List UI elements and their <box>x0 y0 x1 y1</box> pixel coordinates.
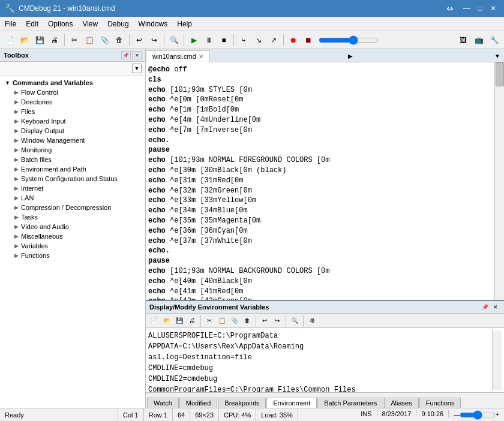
maximize-button[interactable]: □ <box>474 2 486 14</box>
menu-file[interactable]: File <box>0 18 21 30</box>
bottom-tab-breakpoints[interactable]: Breakpoints <box>218 398 266 408</box>
panel-content[interactable]: ALLUSERSPROFILE=C:\ProgramDataAPPDATA=C:… <box>146 328 504 392</box>
toolbar-undo[interactable]: ↩ <box>132 33 146 47</box>
toolbox-item-misc[interactable]: ▶ Miscellaneous <box>5 231 140 241</box>
item-arrow-mon: ▶ <box>14 147 19 153</box>
close-button[interactable]: ✕ <box>487 2 499 14</box>
titlebar-swap[interactable]: ⇔ <box>446 4 454 13</box>
minimize-button[interactable]: — <box>461 2 473 14</box>
toolbox-item-display[interactable]: ▶ Display Output <box>5 126 140 136</box>
statusbar-time: 9:10:26 <box>416 410 449 417</box>
toolbar-cut[interactable]: ✂ <box>67 33 82 47</box>
toolbar-extra2[interactable]: 📺 <box>472 33 486 47</box>
toolbox-item-batch[interactable]: ▶ Batch files <box>5 155 140 164</box>
menu-help[interactable]: Help <box>172 18 197 30</box>
toolbar-slider[interactable] <box>319 35 379 45</box>
toolbar-copy[interactable]: 📋 <box>82 33 97 47</box>
bottom-tab-functions[interactable]: Functions <box>419 398 461 408</box>
bottom-tab-batch[interactable]: Batch Parameters <box>317 398 383 408</box>
statusbar-ins: INS <box>356 410 377 417</box>
bottom-tab-modified[interactable]: Modified <box>179 398 218 408</box>
toolbar-redo[interactable]: ↪ <box>147 33 161 47</box>
toolbar-find[interactable]: 🔍 <box>167 33 181 47</box>
panel-btn-copy[interactable]: 📋 <box>216 315 228 327</box>
toolbar-step-into[interactable]: ↘ <box>251 33 266 47</box>
toolbox-item-video[interactable]: ▶ Video and Audio <box>5 222 140 231</box>
menu-windows[interactable]: Windows <box>134 18 173 30</box>
toolbox-item-window-mgmt[interactable]: ▶ Window Management <box>5 136 140 145</box>
panel-btn-undo[interactable]: ↩ <box>259 315 271 327</box>
panel-btn-save[interactable]: 💾 <box>173 315 185 327</box>
panel-btn-print[interactable]: 🖨 <box>186 315 198 327</box>
zoom-plus-btn[interactable]: + <box>496 411 499 418</box>
toolbar-paste[interactable]: 📎 <box>97 33 112 47</box>
toolbox-pin-btn[interactable]: 📌 <box>121 51 131 59</box>
tab-scroll-pin[interactable]: ▼ <box>491 50 504 62</box>
bottom-split-panel: Display/Modify Environment Variables 📌 ✕… <box>146 300 504 408</box>
panel-scrollbar[interactable] <box>492 330 502 390</box>
menu-edit[interactable]: Edit <box>21 18 43 30</box>
toolbar-stop[interactable]: ■ <box>217 33 231 47</box>
panel-close-btn[interactable]: ✕ <box>491 303 500 311</box>
toolbox-item-keyboard[interactable]: ▶ Keyboard Input <box>5 116 140 126</box>
toolbar-delete[interactable]: 🗑 <box>112 33 127 47</box>
panel-btn-find[interactable]: 🔍 <box>289 315 301 327</box>
toolbar-save[interactable]: 💾 <box>32 33 47 47</box>
bottom-tab-environment[interactable]: Environment <box>266 398 317 408</box>
toolbox-item-compress[interactable]: ▶ Compression / Decompression <box>5 203 140 212</box>
panel-btn-paste[interactable]: 📎 <box>229 315 241 327</box>
toolbar-extra3[interactable]: 🔧 <box>487 33 502 47</box>
statusbar-ready-text: Ready <box>5 411 24 419</box>
statusbar-zoom: — + <box>449 410 504 420</box>
toolbox-item-sys[interactable]: ▶ System Configuration and Status <box>5 174 140 184</box>
panel-sep2 <box>256 315 256 327</box>
toolbox-dropdown-btn[interactable]: ▼ <box>132 64 142 73</box>
panel-btn-open[interactable]: 📂 <box>161 315 173 327</box>
toolbox-item-internet[interactable]: ▶ Internet <box>5 184 140 193</box>
toolbox-item-vars[interactable]: ▶ Variables <box>5 241 140 251</box>
toolbar-pause[interactable]: ⏸ <box>202 33 216 47</box>
toolbar-run[interactable]: ▶ <box>187 33 201 47</box>
toolbar-record[interactable]: ⏺ <box>286 33 301 47</box>
panel-btn-settings[interactable]: ⚙ <box>306 315 318 327</box>
editor-content[interactable]: @echo offclsecho [101;93m STYLES [0mecho… <box>146 62 494 300</box>
item-label-flow: Flow Control <box>21 89 58 96</box>
toolbox-section-header[interactable]: ▼ Commands and Variables <box>5 78 140 88</box>
toolbox-item-flow-control[interactable]: ▶ Flow Control <box>5 88 140 97</box>
item-arrow-env: ▶ <box>14 166 19 172</box>
statusbar-num: 64 <box>173 408 190 421</box>
toolbox-item-functions[interactable]: ▶ Functions <box>5 251 140 260</box>
menu-options[interactable]: Options <box>43 18 77 30</box>
editor-scrollbar[interactable] <box>494 62 504 300</box>
toolbox-item-lan[interactable]: ▶ LAN <box>5 193 140 203</box>
toolbar-new[interactable]: 📄 <box>2 33 17 47</box>
zoom-slider[interactable] <box>460 410 496 420</box>
toolbox-item-directories[interactable]: ▶ Directories <box>5 97 140 107</box>
editor-tab-close[interactable]: ✕ <box>199 53 203 60</box>
toolbar-print[interactable]: 🖨 <box>47 33 62 47</box>
panel-btn-del[interactable]: 🗑 <box>241 315 253 327</box>
toolbar-open[interactable]: 📂 <box>17 33 32 47</box>
tab-scroll-right[interactable]: ▶ <box>344 50 356 62</box>
bottom-tab-watch[interactable]: Watch <box>147 398 179 408</box>
toolbar-sep6 <box>283 34 284 46</box>
toolbox-item-tasks[interactable]: ▶ Tasks <box>5 212 140 222</box>
item-label-win: Window Management <box>21 137 85 144</box>
toolbox-item-monitoring[interactable]: ▶ Monitoring <box>5 145 140 155</box>
toolbox-item-files[interactable]: ▶ Files <box>5 107 140 116</box>
panel-btn-redo[interactable]: ↪ <box>271 315 283 327</box>
editor-tab-win10[interactable]: win10ansi.cmd ✕ <box>146 50 210 62</box>
menu-view[interactable]: View <box>77 18 103 30</box>
toolbar-step-out[interactable]: ↗ <box>266 33 281 47</box>
zoom-minus-btn[interactable]: — <box>454 411 460 418</box>
toolbar-stop2[interactable]: ⏹ <box>301 33 316 47</box>
toolbox-item-env[interactable]: ▶ Environment and Path <box>5 164 140 174</box>
toolbar-step-over[interactable]: ⤷ <box>236 33 251 47</box>
panel-btn-cut[interactable]: ✂ <box>203 315 215 327</box>
panel-pin-btn[interactable]: 📌 <box>480 303 490 311</box>
toolbar-extra1[interactable]: 🖼 <box>456 33 470 47</box>
bottom-tab-aliases[interactable]: Aliases <box>384 398 418 408</box>
menu-debug[interactable]: Debug <box>103 18 133 30</box>
toolbox-close-btn[interactable]: ✕ <box>132 51 142 59</box>
panel-btn-new[interactable]: 📄 <box>148 315 160 327</box>
